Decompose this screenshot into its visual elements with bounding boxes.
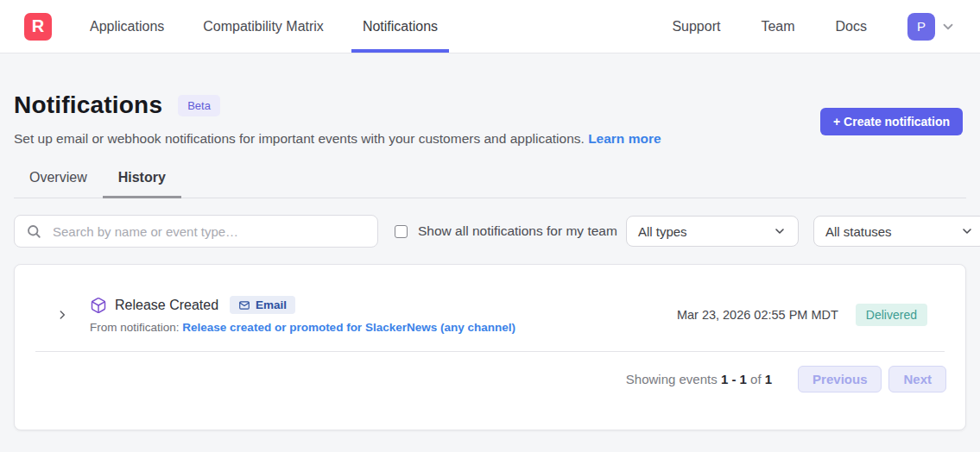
nav-item-compatibility-matrix[interactable]: Compatibility Matrix bbox=[203, 0, 324, 53]
event-row: Release Created Email From notification:… bbox=[15, 265, 965, 351]
status-filter-value: All statuses bbox=[825, 224, 892, 239]
search-input[interactable] bbox=[14, 215, 378, 248]
user-avatar[interactable]: P bbox=[907, 13, 935, 41]
chevron-down-icon bbox=[773, 224, 787, 238]
account-menu-chevron-down-icon[interactable] bbox=[940, 19, 956, 35]
app-logo[interactable]: R bbox=[24, 13, 52, 41]
source-notification-link[interactable]: Release created or promoted for SlackerN… bbox=[182, 321, 515, 334]
team-notifications-checkbox-label[interactable]: Show all notifications for my team bbox=[418, 223, 617, 239]
nav-item-applications[interactable]: Applications bbox=[90, 0, 164, 53]
chevron-down-icon bbox=[960, 224, 974, 238]
nav-item-notifications[interactable]: Notifications bbox=[363, 0, 438, 53]
nav-item-docs[interactable]: Docs bbox=[836, 19, 867, 35]
primary-nav: Applications Compatibility Matrix Notifi… bbox=[90, 0, 438, 53]
showing-events-text: Showing events 1 - 1 of 1 bbox=[626, 372, 772, 386]
secondary-nav: Support Team Docs bbox=[672, 19, 867, 35]
status-badge: Delivered bbox=[856, 304, 927, 326]
notifications-page: Notifications Beta + Create notification… bbox=[0, 91, 980, 430]
type-filter-value: All types bbox=[638, 224, 687, 239]
tab-overview[interactable]: Overview bbox=[14, 160, 103, 198]
event-meta: Mar 23, 2026 02:55 PM MDT Delivered bbox=[677, 304, 927, 326]
tab-history[interactable]: History bbox=[103, 160, 181, 198]
previous-page-button[interactable]: Previous bbox=[798, 366, 882, 392]
event-timestamp: Mar 23, 2026 02:55 PM MDT bbox=[677, 308, 838, 322]
showing-label: Showing events bbox=[626, 372, 718, 386]
top-nav-bar: R Applications Compatibility Matrix Noti… bbox=[0, 0, 980, 53]
events-card: Release Created Email From notification:… bbox=[14, 264, 966, 430]
package-icon bbox=[90, 297, 107, 314]
status-filter-select[interactable]: All statuses bbox=[813, 216, 980, 247]
beta-badge: Beta bbox=[178, 95, 220, 116]
channel-badge-label: Email bbox=[256, 298, 287, 311]
create-notification-button[interactable]: + Create notification bbox=[820, 108, 963, 135]
showing-range: 1 - 1 bbox=[721, 372, 747, 386]
next-page-button[interactable]: Next bbox=[888, 366, 946, 392]
description-text: Set up email or webhook notifications fo… bbox=[14, 131, 585, 146]
type-filter-select[interactable]: All types bbox=[626, 216, 799, 247]
tab-bar: Overview History bbox=[14, 160, 966, 198]
email-icon bbox=[238, 299, 250, 311]
showing-total: 1 bbox=[765, 372, 772, 386]
page-title: Notifications bbox=[14, 91, 162, 119]
from-notification-label: From notification: bbox=[90, 321, 180, 334]
learn-more-link[interactable]: Learn more bbox=[588, 131, 661, 146]
team-notifications-checkbox[interactable] bbox=[395, 225, 408, 238]
nav-item-team[interactable]: Team bbox=[761, 19, 794, 35]
event-title: Release Created bbox=[115, 298, 218, 313]
nav-item-support[interactable]: Support bbox=[672, 19, 720, 35]
event-main: Release Created Email From notification:… bbox=[90, 296, 515, 334]
filter-toolbar: Show all notifications for my team All t… bbox=[14, 215, 966, 248]
of-label: of bbox=[750, 372, 762, 386]
expand-chevron-right-icon[interactable] bbox=[49, 309, 75, 321]
search-icon bbox=[26, 223, 41, 239]
pagination-bar: Showing events 1 - 1 of 1 Previous Next bbox=[15, 352, 965, 392]
search-field-wrapper bbox=[14, 215, 378, 248]
channel-badge: Email bbox=[230, 296, 295, 314]
